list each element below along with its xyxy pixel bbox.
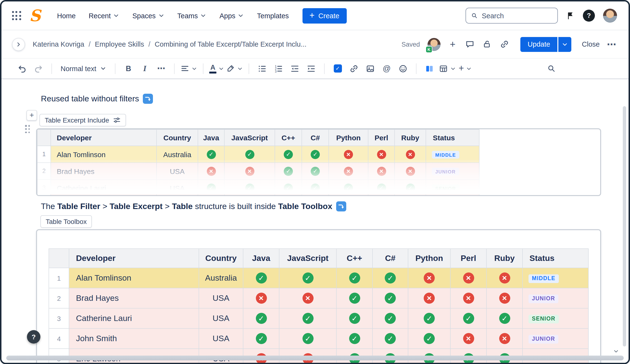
search-input[interactable] (482, 12, 552, 19)
insert-image-icon[interactable] (363, 61, 378, 76)
vertical-scrollbar[interactable] (623, 106, 626, 347)
skill-cell-java: × (243, 288, 279, 308)
bullet-list-icon[interactable] (255, 61, 269, 76)
reused-table-container[interactable]: Developer Country Java JavaScript C++ C#… (36, 128, 601, 196)
mention-icon[interactable]: @ (380, 61, 394, 76)
cross-circle-icon: × (499, 293, 510, 304)
check-circle-icon: ✓ (256, 333, 267, 344)
skill-cell-cpp: ✓ (336, 268, 372, 288)
indent-icon[interactable] (304, 61, 318, 76)
paragraph-2[interactable]: The Table Filter > Table Excerpt > Table… (41, 200, 346, 212)
cross-circle-icon: × (406, 167, 415, 176)
table-row: 2 Brad Hayes USA × × ✓ ✓ × × × JUNIOR (49, 288, 588, 308)
insert-table-icon[interactable] (438, 61, 456, 76)
skill-cell-java: × (198, 163, 224, 179)
row-number: 3 (49, 308, 69, 329)
paragraph-text: Reused table without filters (41, 93, 139, 105)
chevron-down-icon (450, 66, 456, 71)
save-status: Saved (402, 41, 420, 48)
redo-icon[interactable] (31, 61, 46, 76)
skill-cell-cpp: ✓ (336, 308, 372, 329)
screenshot-stage: S Home Recent Spaces Teams Apps Template… (0, 0, 630, 364)
flag-icon[interactable] (566, 11, 575, 20)
cross-circle-icon: × (377, 150, 386, 159)
outdent-icon[interactable] (288, 61, 302, 76)
skill-cell-csharp: ✓ (302, 163, 329, 179)
chevron-down-icon (200, 12, 206, 19)
insert-link-icon[interactable] (347, 61, 361, 76)
help-icon[interactable]: ? (583, 9, 595, 22)
editor-content[interactable]: Reused table without filters + Table Exc… (2, 79, 628, 363)
breadcrumb-user[interactable]: Katerina Kovriga (33, 40, 84, 48)
highlight-color-icon[interactable] (226, 61, 243, 76)
skill-cell-csharp: ✓ (372, 268, 408, 288)
layouts-icon[interactable] (422, 61, 437, 76)
skill-cell-python: × (408, 268, 450, 288)
status-cell: JUNIOR (522, 329, 588, 349)
nav-teams[interactable]: Teams (177, 12, 206, 19)
expand-sidebar-button[interactable] (12, 38, 25, 51)
update-dropdown-button[interactable] (558, 37, 571, 52)
chevron-down-icon (158, 12, 164, 19)
text-style-selector[interactable]: Normal text (58, 61, 109, 76)
skill-cell-perl: × (368, 163, 394, 179)
emoji-icon[interactable] (396, 61, 410, 76)
text-align-icon[interactable] (180, 61, 197, 76)
cross-circle-icon: × (406, 150, 415, 159)
task-list-icon[interactable]: ✓ (330, 61, 345, 76)
cross-circle-icon: × (302, 293, 313, 304)
app-switcher-icon[interactable] (12, 11, 21, 20)
status-lozenge: SENIOR (528, 315, 559, 323)
nav-apps[interactable]: Apps (220, 12, 244, 19)
scroll-down-icon[interactable] (613, 348, 619, 354)
check-circle-icon: ✓ (349, 313, 360, 324)
help-button[interactable]: ? (27, 330, 40, 344)
user-avatar[interactable] (603, 9, 617, 22)
create-button[interactable]: + Create (302, 8, 346, 23)
table-toolbox-macro[interactable]: Table Toolbox (40, 215, 92, 228)
breadcrumb-space[interactable]: Employee Skills (95, 40, 144, 48)
app-logo[interactable]: S (29, 8, 41, 23)
skill-cell-cpp: ✓ (275, 163, 302, 179)
global-search[interactable] (466, 8, 558, 23)
drag-handle-icon[interactable] (25, 125, 30, 133)
horizontal-scrollbar[interactable] (6, 355, 624, 360)
skill-cell-perl: ✓ (450, 308, 486, 329)
check-circle-icon: ✓ (311, 167, 320, 176)
nav-templates[interactable]: Templates (257, 12, 289, 19)
row-number: 1 (49, 268, 69, 288)
unlock-icon[interactable] (482, 38, 492, 50)
find-icon[interactable] (544, 61, 558, 76)
skill-cell-java: ✓ (243, 268, 279, 288)
close-button[interactable]: Close (582, 40, 600, 48)
table-row: 4 John Smith USA ✓ ✓ ✓ ✓ ✓ × × JUNIOR (49, 329, 588, 349)
nav-home[interactable]: Home (57, 12, 76, 19)
insert-element-icon[interactable]: + (458, 61, 472, 76)
check-circle-icon: ✓ (385, 313, 396, 324)
table-excerpt-include-macro[interactable]: Table Excerpt Include (40, 114, 126, 126)
nav-recent[interactable]: Recent (89, 12, 120, 19)
nav-spaces[interactable]: Spaces (132, 12, 164, 19)
breadcrumb-page-title[interactable]: Combining of Table Excerpt/Table Excerpt… (154, 40, 306, 48)
check-circle-icon: ✓ (245, 184, 254, 193)
link-icon[interactable] (499, 38, 510, 50)
comment-icon[interactable] (464, 38, 475, 50)
more-formatting-icon[interactable]: ⋯ (154, 61, 168, 76)
invite-collaborator-icon[interactable]: + (447, 38, 458, 50)
italic-button[interactable]: I (138, 61, 152, 76)
text-color-icon[interactable]: A (209, 61, 224, 76)
undo-icon[interactable] (15, 61, 29, 76)
column-header: JavaScript (224, 129, 275, 146)
update-button[interactable]: Update (520, 37, 558, 52)
more-options-icon[interactable]: ⋯ (606, 38, 617, 50)
collaborator-avatar[interactable]: K (428, 38, 440, 51)
cross-circle-icon: × (206, 167, 216, 176)
top-navigation: S Home Recent Spaces Teams Apps Template… (2, 1, 628, 30)
cross-circle-icon: × (499, 273, 510, 284)
insert-block-button[interactable]: + (26, 110, 37, 121)
paragraph-1[interactable]: Reused table without filters (41, 93, 153, 105)
numbered-list-icon[interactable]: 123 (271, 61, 286, 76)
row-number: 2 (37, 163, 51, 179)
table-toolbox-container[interactable]: Developer Country Java JavaScript C++ C#… (36, 229, 601, 363)
bold-button[interactable]: B (121, 61, 136, 76)
